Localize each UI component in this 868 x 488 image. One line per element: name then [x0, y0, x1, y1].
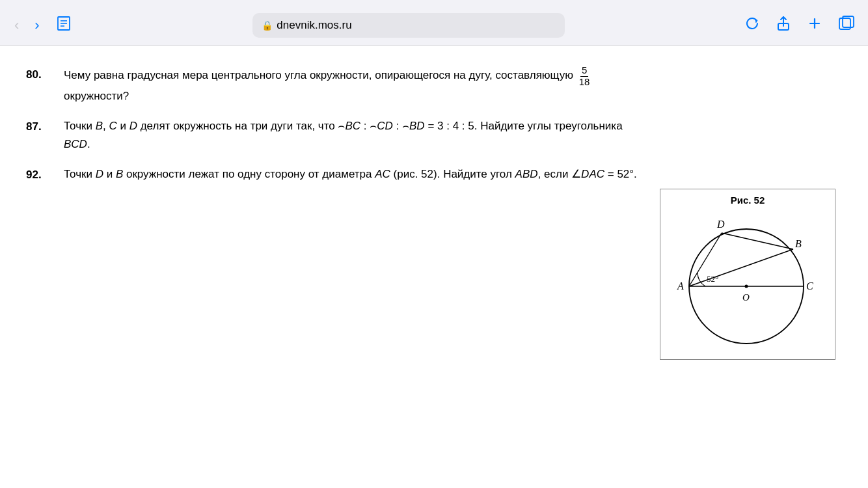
- share-button[interactable]: [773, 13, 794, 38]
- problem-92: 92. Точки D и B окружности лежат по одну…: [26, 165, 647, 183]
- address-bar-wrapper: 🔒 dnevnik.mos.ru: [84, 13, 734, 38]
- figure-box: Рис. 52 D B: [660, 189, 835, 360]
- problem-text-80: Чему равна градусная мера центрального у…: [64, 65, 647, 105]
- figure-diagram: D B A C O 52°: [670, 208, 826, 351]
- label-angle: 52°: [707, 274, 718, 284]
- label-C: C: [806, 280, 813, 291]
- tabs-icon: [838, 15, 855, 32]
- problem-number-92: 92.: [26, 165, 53, 183]
- fraction-5-18: 5 18: [578, 65, 591, 87]
- figure-title: Рис. 52: [666, 195, 830, 206]
- browser-chrome: ‹ › 🔒 dnevnik.mos.ru: [0, 0, 868, 46]
- problem-87: 87. Точки B, C и D делят окружность на т…: [26, 117, 647, 154]
- label-A: A: [677, 280, 684, 291]
- label-B: B: [795, 238, 802, 249]
- problem-number-80: 80.: [26, 65, 53, 105]
- forward-button[interactable]: ›: [31, 16, 43, 35]
- problem-text-87: Точки B, C и D делят окружность на три д…: [64, 117, 647, 154]
- problem-80: 80. Чему равна градусная мера центрально…: [26, 65, 647, 105]
- content-area: 80. Чему равна градусная мера центрально…: [0, 46, 868, 488]
- right-nav: [742, 12, 858, 38]
- book-icon: [55, 15, 72, 32]
- bookmark-button[interactable]: [51, 12, 76, 38]
- new-tab-button[interactable]: [804, 13, 825, 38]
- reload-icon: [744, 16, 760, 31]
- svg-line-15: [689, 249, 793, 286]
- back-button[interactable]: ‹: [10, 16, 23, 35]
- problem-text-92: Точки D и B окружности лежат по одну сто…: [64, 165, 637, 183]
- text-section: 80. Чему равна градусная мера центрально…: [26, 65, 660, 468]
- label-D: D: [716, 219, 725, 230]
- plus-icon: [807, 16, 822, 31]
- label-O: O: [742, 292, 750, 303]
- lock-icon: 🔒: [262, 20, 273, 31]
- url-text: dnevnik.mos.ru: [277, 19, 351, 32]
- address-bar[interactable]: 🔒 dnevnik.mos.ru: [252, 13, 565, 38]
- svg-line-14: [722, 233, 793, 249]
- reload-button[interactable]: [742, 13, 763, 38]
- share-icon: [776, 16, 791, 31]
- figure-section: Рис. 52 D B: [660, 65, 842, 468]
- tabs-button[interactable]: [835, 12, 858, 38]
- problem-number-87: 87.: [26, 117, 53, 154]
